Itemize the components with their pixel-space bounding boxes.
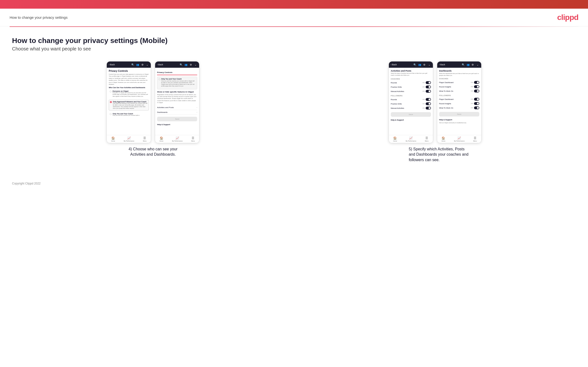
toggle-dash-followers-player: Player Dashboard ON xyxy=(439,97,479,101)
page-subheading: Choose what you want people to see xyxy=(12,46,576,52)
toggle-dash-coaches-player: Player Dashboard ON xyxy=(439,80,479,84)
phone-nav-3: ‹ Back 🔍 👥 ⚙ ⌄ xyxy=(389,61,433,68)
page-heading: How to change your privacy settings (Mob… xyxy=(12,36,576,45)
step4-phones-row: ‹ Back 🔍 👥 ⚙ ⌄ Priva xyxy=(106,61,199,143)
help-desc-4: Visit our Clippd community to troublesho… xyxy=(439,122,479,124)
toggle-dash-followers-workon: What To Work On ON xyxy=(439,106,479,110)
dropdown-box[interactable]: Only You and Your Coach Only you and the… xyxy=(157,77,197,89)
tab-bar-2: Privacy Controls xyxy=(157,70,197,75)
step5-phones-row: ‹ Back 🔍 👥 ⚙ ⌄ Activ xyxy=(389,61,482,143)
save-button-4[interactable]: Save xyxy=(439,112,479,117)
phone-screen2: ‹ Back 🔍 👥 ⚙ ⌄ xyxy=(155,61,199,143)
toggle-dash-followers-player-switch[interactable] xyxy=(474,98,479,101)
search-icon-4[interactable]: 🔍 xyxy=(461,63,465,66)
caption-step4: 4) Choose who can see your Activities an… xyxy=(129,147,177,157)
toggle-coaches-drills-switch[interactable] xyxy=(426,85,431,88)
nav-icons-4: 🔍 👥 ⚙ ⌄ xyxy=(461,63,479,66)
chevron-down-icon-3[interactable]: ⌄ xyxy=(428,63,431,66)
phone-screen1: ‹ Back 🔍 👥 ⚙ ⌄ Priva xyxy=(106,61,151,143)
toggle-coaches-manual-switch[interactable] xyxy=(426,90,431,93)
save-button-3[interactable]: Save xyxy=(391,112,431,117)
phone-screen3: ‹ Back 🔍 👥 ⚙ ⌄ Activ xyxy=(389,61,433,143)
search-icon-2[interactable]: 🔍 xyxy=(179,63,183,66)
phone-nav-2: ‹ Back 🔍 👥 ⚙ ⌄ xyxy=(155,61,199,68)
toggle-followers-rounds-switch[interactable] xyxy=(426,98,431,101)
nav-performance-3[interactable]: 📈 My Performance xyxy=(406,136,416,142)
radio-only-you xyxy=(110,113,112,115)
toggle-followers-drills-switch[interactable] xyxy=(426,102,431,105)
nav-home-2[interactable]: 🏠 Home xyxy=(159,136,163,142)
option-everyone[interactable]: Everyone on Clippd Everyone on Clippd ca… xyxy=(109,89,149,98)
caption-step5: 5) Specify which Activities, Posts and D… xyxy=(402,147,468,163)
screen2-content: Privacy Controls Only You and Your Coach… xyxy=(155,68,199,135)
toggle-dash-coaches-insights: Round Insights ON xyxy=(439,84,479,89)
top-gradient-bar xyxy=(0,0,588,9)
bottom-nav-4: 🏠 Home 📈 My Performance ☰ Menu xyxy=(437,135,481,143)
toggle-coaches-drills: Practice Drills ON xyxy=(391,85,431,89)
toggle-dash-coaches-player-switch[interactable] xyxy=(474,81,479,84)
phone-nav-1: ‹ Back 🔍 👥 ⚙ ⌄ xyxy=(107,61,151,68)
nav-icons-1: 🔍 👥 ⚙ ⌄ xyxy=(131,63,149,66)
nav-back-3[interactable]: ‹ Back xyxy=(391,63,397,66)
nav-home-4[interactable]: 🏠 Home xyxy=(441,136,445,142)
settings-icon-3[interactable]: ⚙ xyxy=(423,63,426,66)
people-icon-4[interactable]: 👥 xyxy=(466,63,470,66)
steps-layout: ‹ Back 🔍 👥 ⚙ ⌄ Priva xyxy=(12,61,576,163)
nav-icons-2: 🔍 👥 ⚙ ⌄ xyxy=(179,63,197,66)
phone-frame-3: ‹ Back 🔍 👥 ⚙ ⌄ Activ xyxy=(389,61,433,143)
phone-frame-4: ‹ Back 🔍 👥 ⚙ ⌄ Dashb xyxy=(437,61,482,143)
chevron-down-icon-4[interactable]: ⌄ xyxy=(476,63,479,66)
people-icon-2[interactable]: 👥 xyxy=(184,63,188,66)
nav-menu-3[interactable]: ☰ Menu xyxy=(425,136,429,142)
footer: Copyright Clippd 2022 xyxy=(0,177,588,190)
nav-menu-4[interactable]: ☰ Menu xyxy=(473,136,477,142)
header-title: How to change your privacy settings xyxy=(10,15,68,19)
settings-icon-2[interactable]: ⚙ xyxy=(189,63,192,66)
toggle-dash-followers-insights: Round Insights ON xyxy=(439,101,479,106)
nav-performance-2[interactable]: 📈 My Performance xyxy=(172,136,182,142)
chevron-right-dashboards: › xyxy=(197,111,198,113)
nav-menu-1[interactable]: ☰ Menu xyxy=(143,136,147,142)
chevron-down-icon[interactable]: ⌄ xyxy=(146,63,149,66)
nav-back-1[interactable]: ‹ Back xyxy=(109,63,115,66)
settings-icon-4[interactable]: ⚙ xyxy=(471,63,475,66)
nav-performance-1[interactable]: 📈 My Performance xyxy=(124,136,134,142)
search-icon-3[interactable]: 🔍 xyxy=(413,63,416,66)
option-only-you[interactable]: Only You and Your Coach Only you and the… xyxy=(109,112,149,117)
nav-back-4[interactable]: ‹ Back xyxy=(439,63,445,66)
toggle-dash-followers-workon-switch[interactable] xyxy=(474,106,479,109)
toggle-followers-manual: Manual Activities ON xyxy=(391,106,431,110)
main-content: How to change your privacy settings (Mob… xyxy=(0,27,588,177)
step5-column: ‹ Back 🔍 👥 ⚙ ⌄ Activ xyxy=(294,61,576,163)
nav-home-3[interactable]: 🏠 Home xyxy=(393,136,397,142)
step4-column: ‹ Back 🔍 👥 ⚙ ⌄ Priva xyxy=(12,61,294,163)
nav-menu-2[interactable]: ☰ Menu xyxy=(191,136,195,142)
menu-dashboards[interactable]: Dashboards › xyxy=(157,110,197,115)
phone-frame-1: ‹ Back 🔍 👥 ⚙ ⌄ Priva xyxy=(106,61,151,143)
people-icon[interactable]: 👥 xyxy=(136,63,139,66)
nav-icons-3: 🔍 👥 ⚙ ⌄ xyxy=(413,63,431,66)
toggle-followers-manual-switch[interactable] xyxy=(426,107,431,109)
copyright: Copyright Clippd 2022 xyxy=(12,182,41,185)
people-icon-3[interactable]: 👥 xyxy=(418,63,421,66)
screen4-content: Dashboards Select the dashboards that yo… xyxy=(437,68,481,135)
nav-back-2[interactable]: ‹ Back xyxy=(157,63,163,66)
toggle-dash-coaches-insights-switch[interactable] xyxy=(474,85,479,88)
toggle-coaches-manual: Manual Activities ON xyxy=(391,89,431,93)
screen3-content: Activities and Posts Select the types of… xyxy=(389,68,433,135)
toggle-dash-followers-insights-switch[interactable] xyxy=(474,102,479,105)
settings-icon[interactable]: ⚙ xyxy=(141,63,144,66)
nav-performance-4[interactable]: 📈 My Performance xyxy=(454,136,465,142)
option-approved[interactable]: Only Approved Followers and Your Coach O… xyxy=(109,100,149,111)
menu-activities[interactable]: Activities and Posts › xyxy=(157,105,197,110)
header: How to change your privacy settings clip… xyxy=(0,9,588,26)
nav-home-1[interactable]: 🏠 Home xyxy=(111,136,115,142)
chevron-right-activities: › xyxy=(197,106,198,108)
save-button-2[interactable]: Save xyxy=(157,117,197,121)
phone-frame-2: ‹ Back 🔍 👥 ⚙ ⌄ xyxy=(155,61,199,143)
logo: clippd xyxy=(557,13,578,22)
chevron-down-icon-2[interactable]: ⌄ xyxy=(194,63,197,66)
toggle-dash-coaches-workon-switch[interactable] xyxy=(474,90,479,92)
search-icon[interactable]: 🔍 xyxy=(131,63,134,66)
toggle-coaches-rounds-switch[interactable] xyxy=(426,81,431,84)
